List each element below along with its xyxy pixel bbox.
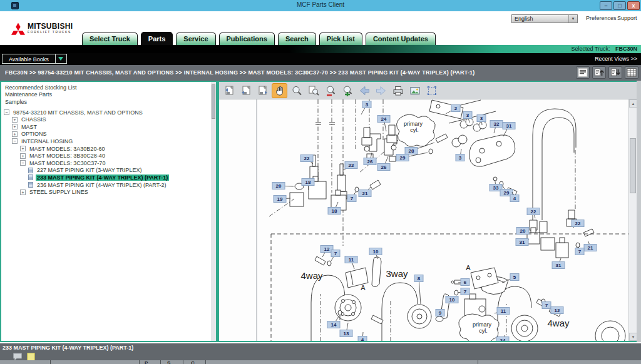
callout-leader: [419, 278, 421, 304]
chevron-down-icon[interactable]: [55, 54, 66, 63]
part-callout-number: 18: [305, 179, 311, 185]
part-callout-number: 11: [501, 308, 506, 314]
diagram-annotation: 4way: [300, 270, 323, 281]
available-books-button[interactable]: Available Books: [2, 54, 67, 64]
part-callout-number: 24: [500, 338, 506, 341]
first-page-icon[interactable]: [221, 83, 237, 98]
pan-hand-icon[interactable]: [272, 83, 287, 98]
support-link[interactable]: Support: [617, 15, 637, 21]
expand-icon[interactable]: +: [20, 153, 26, 159]
part-callout-number: 12: [324, 246, 330, 252]
tree-node-chassis[interactable]: +CHASSIS: [4, 116, 216, 123]
parts-table-icon[interactable]: [625, 66, 638, 79]
tree-node-236-mast-piping-kit-4-way-triplex-part-2[interactable]: 236 MAST PIPING KIT (4-WAY TRIPLEX) (PAR…: [4, 181, 216, 189]
tree-node-internal-hosing[interactable]: −INTERNAL HOSING: [4, 138, 216, 145]
tree-node-options[interactable]: +OPTIONS: [4, 131, 216, 138]
part-callout-number: 9: [439, 310, 442, 316]
part-callout-number: 19: [277, 196, 283, 202]
expand-icon[interactable]: +: [12, 117, 18, 123]
page-icon[interactable]: [28, 168, 33, 173]
tab-parts[interactable]: Parts: [141, 32, 173, 45]
tree-item-recommended-stocking-list[interactable]: Recommended Stocking List: [4, 84, 216, 91]
tree-node-98754-33210-mit-chassis-mast-and-options[interactable]: −98754-33210 MIT CHASSIS, MAST AND OPTIO…: [4, 109, 216, 116]
part-callout-number: 6: [464, 280, 467, 285]
part-callout-number: 12: [555, 308, 560, 313]
part-callout-number: 4: [361, 337, 364, 341]
expand-icon[interactable]: +: [12, 124, 18, 129]
import-pick-list-icon[interactable]: [608, 66, 622, 79]
tree-node-227-mast-piping-kit-3-way-triplex[interactable]: 227 MAST PIPING KIT (3-WAY TRIPLEX): [4, 167, 216, 174]
language-select[interactable]: English ▼: [511, 14, 578, 23]
next-page-icon[interactable]: [255, 83, 270, 98]
tree-node-mast-models-3b30c28-40[interactable]: +MAST MODELS: 3B30C28-40: [4, 152, 216, 159]
maximize-button[interactable]: □: [613, 1, 626, 10]
scrollbar-thumb[interactable]: [630, 138, 636, 193]
expand-icon[interactable]: +: [20, 190, 26, 195]
header: MITSUBISHI FORKLIFT TRUCKS English ▼ Pre…: [0, 11, 641, 45]
text-list-icon[interactable]: [576, 66, 590, 79]
tab-content-updates[interactable]: Content Updates: [366, 33, 436, 45]
collapse-icon[interactable]: −: [4, 109, 9, 115]
zoom-window-icon[interactable]: [289, 83, 304, 98]
tree-item-maintenance-parts[interactable]: Maintenance Parts: [4, 91, 216, 99]
book-tree: Recommended Stocking ListMaintenance Par…: [1, 82, 216, 196]
parts-diagram: primarycyl.primarycyl.4way3way4wayAA3233…: [219, 99, 628, 341]
chevron-down-icon[interactable]: ▼: [568, 15, 577, 23]
diagram-annotation: A: [466, 264, 471, 271]
page-icon[interactable]: [28, 174, 33, 180]
view-back-icon[interactable]: [356, 83, 372, 98]
view-forward-icon[interactable]: [373, 83, 389, 98]
tree-node-mast[interactable]: +MAST: [4, 123, 216, 131]
tree-node-233-mast-piping-kit-4-way-triplex-part-1[interactable]: 233 MAST PIPING KIT (4-WAY TRIPLEX) (PAR…: [4, 174, 216, 181]
books-bar: Available Books Recent Views >>: [0, 53, 641, 65]
main-area: Recommended Stocking ListMaintenance Par…: [0, 81, 641, 342]
page-icon[interactable]: [28, 182, 33, 188]
tab-search[interactable]: Search: [278, 33, 316, 45]
print-icon[interactable]: [390, 83, 406, 98]
preferences-link[interactable]: Preferences: [586, 15, 617, 21]
tab-select-truck[interactable]: Select Truck: [82, 33, 138, 45]
part-callout-number: 4: [513, 196, 516, 201]
part-callout-number: 22: [531, 209, 536, 215]
diagram-scrollbar[interactable]: ▲ ▼: [628, 99, 637, 341]
minimize-button[interactable]: –: [600, 1, 612, 10]
tab-pick-list[interactable]: Pick List: [319, 33, 362, 45]
close-button[interactable]: x: [627, 1, 640, 10]
part-callout-number: 31: [556, 263, 562, 268]
part-callout-number: 3: [480, 116, 483, 121]
mcf-parts-client-window: MCF Parts Client – □ x MITSUBISHI FORKLI…: [0, 0, 641, 364]
tab-service[interactable]: Service: [176, 33, 215, 45]
zoom-in-icon[interactable]: [339, 83, 355, 98]
zoom-dynamic-icon[interactable]: [305, 83, 321, 98]
part-callout-number: 24: [381, 116, 387, 122]
tree-item-samples[interactable]: Samples: [4, 98, 216, 106]
image-export-icon[interactable]: [407, 83, 423, 98]
part-callout-number: 8: [418, 276, 421, 281]
tree-node-mast-models-3c30c37-70[interactable]: −MAST MODELS: 3C30C37-70: [4, 159, 216, 167]
diagram-annotation: primary: [404, 121, 423, 127]
zoom-out-icon[interactable]: [322, 83, 338, 98]
diagram-annotation: 4way: [547, 318, 570, 328]
recent-views-link[interactable]: Recent Views >>: [595, 56, 637, 62]
fit-page-icon[interactable]: [424, 83, 439, 98]
diagram-annotation: A: [361, 284, 366, 291]
export-pick-list-icon[interactable]: [592, 66, 606, 79]
collapse-icon[interactable]: −: [20, 160, 26, 166]
tree-node-steel-supply-lines[interactable]: +STEEL SUPPLY LINES: [4, 188, 216, 196]
diagram-canvas[interactable]: primarycyl.primarycyl.4way3way4wayAA3233…: [219, 99, 628, 341]
expand-icon[interactable]: +: [12, 131, 18, 137]
expand-icon[interactable]: +: [20, 146, 26, 151]
part-callout-number: 7: [578, 249, 582, 255]
part-callout-number: 20: [520, 228, 526, 234]
tree-node-mast-models-3a30b20-60[interactable]: +MAST MODELS: 3A30B20-60: [4, 145, 216, 153]
part-callout-number: 32: [494, 121, 500, 127]
prev-page-icon[interactable]: [238, 83, 254, 98]
title-bar: MCF Parts Client – □ x: [0, 0, 641, 11]
diagram-annotation: primary: [473, 321, 492, 328]
collapse-icon[interactable]: −: [12, 138, 18, 144]
part-callout-number: 3: [366, 102, 369, 108]
breadcrumb: FBC30N >> 98754-33210 MIT CHASSIS, MAST …: [5, 69, 475, 76]
tree-scrollbar[interactable]: [211, 82, 216, 341]
tab-publications[interactable]: Publications: [219, 33, 275, 45]
selected-truck-label: Selected Truck:: [571, 46, 610, 52]
